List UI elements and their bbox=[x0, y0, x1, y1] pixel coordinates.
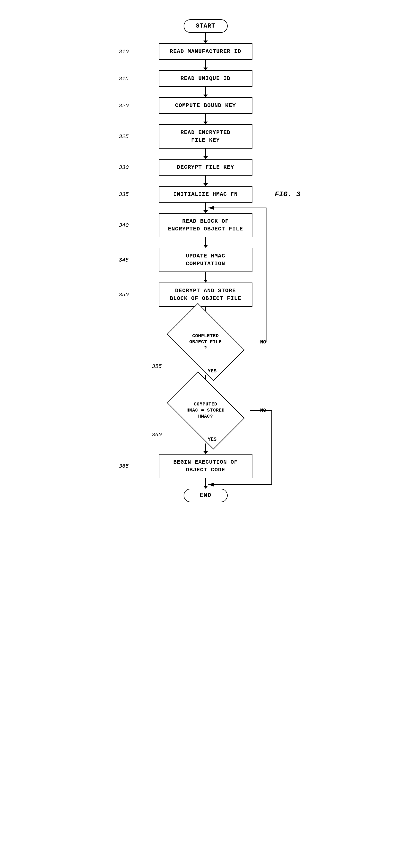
start-row: START bbox=[102, 19, 309, 33]
end-pill: END bbox=[183, 489, 228, 502]
label-320: 320 bbox=[119, 102, 129, 109]
diamond-360-wrapper: COMPUTEDHMAC = STOREDHMAC? bbox=[167, 385, 244, 435]
diagram-container: START 310 READ MANUFACTURER ID 315 READ … bbox=[102, 11, 309, 852]
conn-4 bbox=[205, 114, 206, 122]
conn-2 bbox=[205, 60, 206, 67]
diamond-360-text: COMPUTEDHMAC = STOREDHMAC? bbox=[186, 401, 225, 420]
no-label-360: NO bbox=[260, 408, 266, 413]
conn-13 bbox=[205, 478, 206, 486]
no-label-355: NO bbox=[260, 339, 266, 345]
step-325-row: 325 READ ENCRYPTED FILE KEY bbox=[102, 124, 309, 149]
box-350: DECRYPT AND STORE BLOCK OF OBJECT FILE bbox=[159, 282, 252, 307]
arrow-9 bbox=[203, 280, 208, 282]
yes-label-360: YES bbox=[208, 437, 217, 442]
box-320: COMPUTE BOUND KEY bbox=[159, 97, 252, 114]
label-340: 340 bbox=[119, 222, 129, 228]
box-340: READ BLOCK OF ENCRYPTED OBJECT FILE bbox=[159, 213, 252, 237]
end-row: END bbox=[102, 489, 309, 502]
arrow-2 bbox=[203, 67, 208, 70]
step-350-row: 350 DECRYPT AND STORE BLOCK OF OBJECT FI… bbox=[102, 282, 309, 307]
yes-360-row: YES bbox=[102, 435, 309, 443]
arrow-5 bbox=[203, 156, 208, 159]
box-330: DECRYPT FILE KEY bbox=[159, 159, 252, 176]
box-365: BEGIN EXECUTION OF OBJECT CODE bbox=[159, 454, 252, 478]
diamond-355-wrapper: COMPLETEDOBJECT FILE? bbox=[167, 317, 244, 367]
conn-5 bbox=[205, 149, 206, 156]
flowchart: START 310 READ MANUFACTURER ID 315 READ … bbox=[102, 11, 309, 502]
step-340-row: 340 READ BLOCK OF ENCRYPTED OBJECT FILE bbox=[102, 213, 309, 237]
label-325: 325 bbox=[119, 133, 129, 140]
label-365: 365 bbox=[119, 463, 129, 469]
box-335: INITIALIZE HMAC FN bbox=[159, 186, 252, 203]
step-330-row: 330 DECRYPT FILE KEY bbox=[102, 159, 309, 176]
arrow-12 bbox=[203, 451, 208, 454]
label-310: 310 bbox=[119, 49, 129, 55]
step-365-row: 365 BEGIN EXECUTION OF OBJECT CODE bbox=[102, 454, 309, 478]
box-315: READ UNIQUE ID bbox=[159, 70, 252, 87]
diamond-355-text: COMPLETEDOBJECT FILE? bbox=[190, 333, 222, 351]
label-315: 315 bbox=[119, 75, 129, 82]
box-310: READ MANUFACTURER ID bbox=[159, 43, 252, 60]
step-320-row: 320 COMPUTE BOUND KEY bbox=[102, 97, 309, 114]
label-335: 335 bbox=[119, 191, 129, 198]
arrow-7 bbox=[203, 210, 208, 213]
step-335-row: 335 INITIALIZE HMAC FN FIG. 3 bbox=[102, 186, 309, 203]
step-345-row: 345 UPDATE HMAC COMPUTATION bbox=[102, 248, 309, 272]
box-345: UPDATE HMAC COMPUTATION bbox=[159, 248, 252, 272]
decision-360-row: COMPUTEDHMAC = STOREDHMAC? NO 360 bbox=[102, 385, 309, 435]
conn-7 bbox=[205, 203, 206, 210]
fig-label: FIG. 3 bbox=[275, 190, 301, 198]
decision-355-row: COMPLETEDOBJECT FILE? NO 355 bbox=[102, 317, 309, 367]
arrow-13 bbox=[203, 486, 208, 489]
conn-3 bbox=[205, 87, 206, 95]
conn-9 bbox=[205, 272, 206, 280]
conn-8 bbox=[205, 237, 206, 245]
conn-12 bbox=[205, 443, 206, 451]
conn-1 bbox=[205, 33, 206, 40]
arrow-1 bbox=[203, 40, 208, 43]
arrow-8 bbox=[203, 245, 208, 248]
arrow-4 bbox=[203, 122, 208, 124]
arrow-6 bbox=[203, 183, 208, 186]
label-345: 345 bbox=[119, 257, 129, 263]
yes-label-355: YES bbox=[208, 368, 217, 374]
label-330: 330 bbox=[119, 164, 129, 170]
label-350: 350 bbox=[119, 291, 129, 298]
conn-6 bbox=[205, 176, 206, 183]
step-315-row: 315 READ UNIQUE ID bbox=[102, 70, 309, 87]
step-310-row: 310 READ MANUFACTURER ID bbox=[102, 43, 309, 60]
box-325: READ ENCRYPTED FILE KEY bbox=[159, 124, 252, 149]
yes-355-row: YES bbox=[102, 367, 309, 375]
arrow-3 bbox=[203, 95, 208, 97]
start-pill: START bbox=[183, 19, 228, 33]
